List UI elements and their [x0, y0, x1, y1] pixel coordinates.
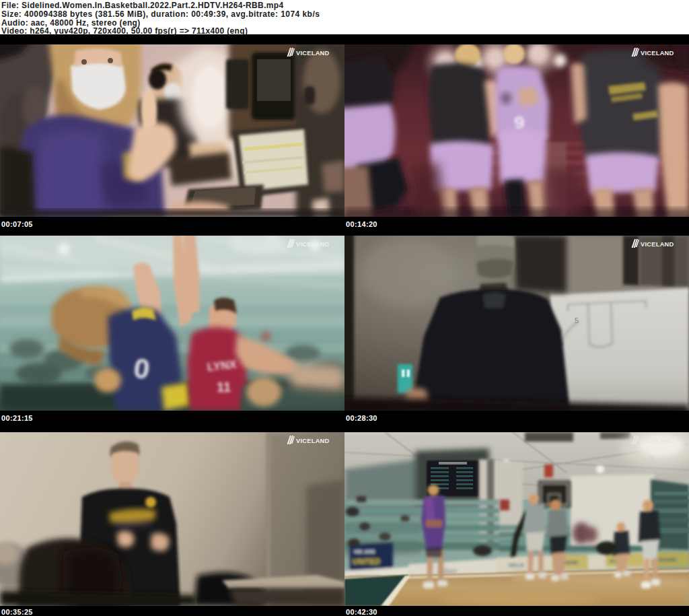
svg-text:MELB: MELB	[509, 562, 524, 568]
svg-text:VICELAND: VICELAND	[641, 50, 674, 57]
svg-text:VICELAND: VICELAND	[296, 50, 330, 57]
svg-text:VICELAND: VICELAND	[296, 241, 330, 248]
svg-text:5: 5	[575, 316, 579, 324]
svg-text:VICELAND: VICELAND	[296, 438, 330, 444]
svg-text:VICELAND: VICELAND	[641, 241, 674, 248]
svg-text:WE ARE: WE ARE	[354, 549, 375, 555]
svg-text:11: 11	[217, 380, 231, 395]
svg-text:UNITED: UNITED	[353, 557, 380, 566]
svg-text:VICELAND: VICELAND	[641, 438, 674, 444]
